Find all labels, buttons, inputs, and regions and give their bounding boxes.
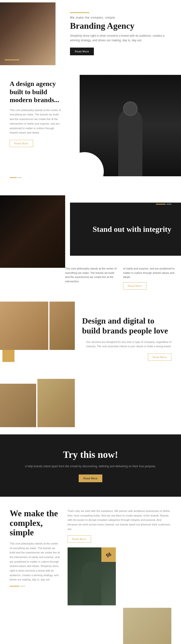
hands-image-2 xyxy=(50,302,75,350)
gold-bar-decoration xyxy=(70,12,89,13)
gray-bar-s6-1 xyxy=(20,586,25,586)
section6-right: That's why we start with the substance. … xyxy=(68,509,171,644)
hero-image xyxy=(0,2,56,65)
hero-title: Branding Agency xyxy=(70,21,171,31)
section4-title: Design and digital to build brands peopl… xyxy=(82,316,171,336)
section3-top-gold-bars xyxy=(156,204,171,204)
section4-content: Design and digital to build brands peopl… xyxy=(82,316,171,361)
section2-heading: A design agency built to build modern br… xyxy=(10,80,63,104)
section5-title: Try this now! xyxy=(10,449,171,460)
gold-bar-dec1 xyxy=(156,204,166,204)
section6-left: We make the complex, simple This core ph… xyxy=(10,509,60,644)
section5-read-more-button[interactable]: Read More xyxy=(79,474,102,482)
section3-read-more-button[interactable]: Read More xyxy=(123,282,146,290)
section6-read-more-button[interactable]: Read More xyxy=(68,535,91,542)
gold-bar-1 xyxy=(10,177,17,178)
section3-text-right: of clarity and surprise, and are positio… xyxy=(123,266,176,280)
section6-title: We make the complex, simple xyxy=(10,509,60,538)
section6-right-text: That's why we start with the substance. … xyxy=(68,509,171,531)
section-design-agency: A design agency built to build modern br… xyxy=(0,68,181,195)
hero-section: We make the complex, simple Branding Age… xyxy=(0,0,181,68)
person-body xyxy=(118,109,142,176)
section3-text-left: This core philosophy stands at the cente… xyxy=(65,266,118,290)
stand-out-title: Stand out with integrity xyxy=(93,224,171,234)
hands-images-grid xyxy=(0,302,75,427)
man-body xyxy=(82,562,101,605)
stand-out-dark-block: Stand out with integrity xyxy=(70,202,181,256)
gray-bar-dec1 xyxy=(166,204,171,204)
section-complex-simple: We make the complex, simple This core ph… xyxy=(0,497,181,644)
hands-image-1 xyxy=(0,302,48,350)
section2-gold-bars xyxy=(10,177,22,178)
hero-image-bg xyxy=(0,2,56,65)
section6-man-image: qb xyxy=(68,548,116,605)
section3-right-col: of clarity and surprise, and are positio… xyxy=(123,266,176,290)
section2-read-more-button[interactable]: Read More xyxy=(10,140,33,147)
section-stand-out: Stand out with integrity This core philo… xyxy=(0,195,181,297)
hero-tagline: We make the complex, simple xyxy=(70,16,171,19)
section-design-digital: Design and digital to build brands peopl… xyxy=(0,302,181,434)
hands-image-4 xyxy=(38,379,75,427)
section6-gold-bars xyxy=(10,586,60,586)
notebooks-bg xyxy=(0,195,65,268)
section2-person-image xyxy=(80,75,181,176)
section2-text: This core philosophy stands at the cente… xyxy=(10,108,63,135)
hero-desc: Simplicity done right is what connects a… xyxy=(70,34,171,43)
section5-text: o help brands stand apart from the crowd… xyxy=(10,464,171,469)
section4-read-more-button[interactable]: Read More xyxy=(148,354,171,361)
gold-bar-2 xyxy=(18,177,22,178)
white-circle-overlay xyxy=(80,152,104,176)
section2-image-bg xyxy=(80,75,181,176)
yellow-square: qb xyxy=(101,548,116,562)
section6-blueprints-image xyxy=(123,608,171,644)
section2-text-block: A design agency built to build modern br… xyxy=(10,80,63,147)
hands-image-3 xyxy=(0,384,36,427)
gold-bar-s6-1 xyxy=(10,586,19,586)
section-try-now: Try this now! o help brands stand apart … xyxy=(0,434,181,497)
notebooks-image xyxy=(0,195,65,268)
hero-content: We make the complex, simple Branding Age… xyxy=(65,8,181,60)
section3-bottom-content: This core philosophy stands at the cente… xyxy=(60,262,181,294)
section6-text: This core philosophy stands at the cente… xyxy=(10,542,60,582)
section4-text: Our services are designed for any size o… xyxy=(82,340,171,349)
hero-read-more-button[interactable]: Read More xyxy=(70,48,94,55)
person-head xyxy=(123,102,138,116)
section4-btn-wrap: Read More xyxy=(82,354,171,361)
